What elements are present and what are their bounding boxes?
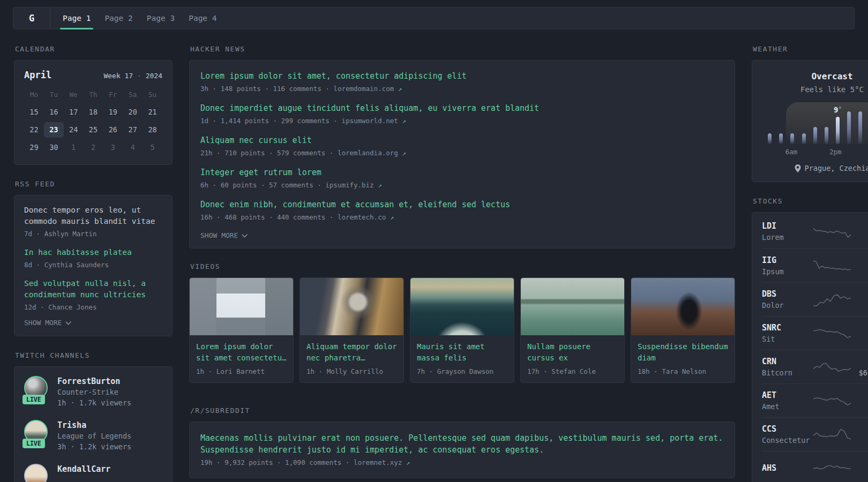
video-card[interactable]: Mauris sit amet massa felis 7h · Grayson… (410, 277, 514, 383)
video-title[interactable]: Lorem ipsum dolor sit amet consectetu… (196, 341, 287, 364)
twitch-channels-widget: LIVE ForrestBurton Counter-Strike 1h · 1… (14, 366, 173, 482)
middle-column: HACKER NEWS Lorem ipsum dolor sit amet, … (189, 45, 735, 478)
rss-item: In hac habitasse platea 8d · Cynthia Sau… (24, 247, 162, 270)
weather-location: Prague, Czechia (805, 164, 868, 172)
hn-item-title[interactable]: Donec imperdiet augue tincidunt felis al… (200, 103, 539, 113)
tab-page-1[interactable]: Page 1 (56, 7, 98, 29)
video-meta: 1h · Molly Carrillo (306, 367, 397, 375)
video-card[interactable]: Lorem ipsum dolor sit amet consectetu… 1… (189, 277, 294, 383)
tab-page-3[interactable]: Page 3 (140, 7, 182, 29)
app-logo[interactable]: G (13, 7, 50, 29)
hn-item-title[interactable]: Donec enim nibh, condimentum et accumsan… (200, 200, 510, 209)
stock-row[interactable]: SNRC Sit +1.36% $148.64 (762, 316, 868, 350)
external-link-icon[interactable]: ↗ (378, 181, 382, 189)
calendar-day-next-month: 3 (103, 140, 123, 155)
stock-row[interactable]: DBS Dolor +1.42% $156.28 (762, 282, 868, 316)
tab-page-2[interactable]: Page 2 (98, 7, 139, 29)
stock-price: $795.18 (853, 232, 868, 243)
external-link-icon[interactable]: ↗ (402, 117, 406, 125)
hackernews-section-label: HACKER NEWS (190, 45, 735, 53)
tab-page-4[interactable]: Page 4 (182, 7, 223, 29)
hn-source-link[interactable]: loremlandia.org (338, 149, 398, 157)
calendar-day: 29 (24, 140, 44, 155)
weather-bar (790, 133, 794, 144)
twitch-channel[interactable]: LIVE ForrestBurton Counter-Strike 1h · 1… (24, 376, 162, 408)
video-card[interactable]: Nullam posuere cursus ex 17h · Stefan Co… (520, 277, 625, 383)
weather-bar (836, 117, 840, 144)
hackernews-widget: Lorem ipsum dolor sit amet, consectetur … (189, 60, 735, 248)
hn-source-link[interactable]: ipsumify.biz (325, 181, 373, 189)
stock-name: Lorem (762, 232, 811, 243)
hn-meta-text: 3h · 148 points · 116 comments · (200, 85, 333, 93)
calendar-day: 18 (84, 104, 103, 120)
video-title[interactable]: Suspendisse bibendum diam (638, 341, 728, 364)
reddit-source-link[interactable]: loremnet.xyz (354, 458, 402, 466)
external-link-icon[interactable]: ↗ (402, 149, 406, 157)
rss-item-title[interactable]: Donec tempor eros leo, ut commodo mauris… (24, 206, 155, 225)
twitch-channel[interactable]: LIVE Trisha League of Legends 3h · 1.2k … (24, 420, 162, 452)
rss-item-title[interactable]: Sed volutpat nulla nisl, a condimentum n… (24, 279, 146, 299)
chevron-down-icon (242, 234, 248, 238)
stocks-widget: LDI Lorem +4.35% $795.18 IIG Ipsum +2.84… (752, 212, 868, 482)
hn-source-link[interactable]: loremdomain.com (333, 85, 394, 93)
video-meta: 1h · Lori Barnett (196, 367, 287, 375)
weather-feels-like: Feels like 5°C (762, 85, 868, 94)
rss-item-meta: 8d · Cynthia Saunders (24, 260, 162, 270)
video-thumbnail[interactable] (631, 278, 735, 335)
stock-row[interactable]: LDI Lorem +4.35% $795.18 (762, 215, 868, 248)
video-thumbnail[interactable] (410, 278, 514, 335)
streamer-avatar (24, 464, 48, 482)
live-badge: LIVE (23, 395, 45, 404)
hn-item-meta: 21h · 710 points · 579 comments · loreml… (200, 148, 724, 158)
hn-meta-text: 16h · 468 points · 440 comments · (200, 213, 338, 221)
stock-row[interactable]: AHS +0.46% (762, 451, 868, 482)
hn-show-more-button[interactable]: SHOW MORE (200, 231, 248, 239)
calendar-section-label: CALENDAR (15, 45, 173, 53)
hn-item-title[interactable]: Integer eget rutrum lorem (200, 168, 321, 177)
stock-name: Sit (762, 334, 811, 344)
video-card[interactable]: Suspendisse bibendum diam 18h · Tara Nel… (631, 277, 735, 383)
streamer-name: Trisha (57, 420, 131, 431)
video-thumbnail[interactable] (300, 278, 403, 335)
rss-item-title[interactable]: In hac habitasse platea (24, 248, 132, 257)
stock-row[interactable]: AET Amet +0.92% $499.72 (762, 383, 868, 417)
stock-row[interactable]: CCS Consectetur +0.51% $165.84 (762, 417, 868, 451)
hn-source-link[interactable]: ipsumworld.net (341, 117, 398, 125)
streamer-name: KendallCarr (57, 464, 110, 475)
twitch-channel[interactable]: KendallCarr (24, 464, 162, 482)
hn-item-title[interactable]: Aliquam nec cursus elit (200, 135, 312, 145)
video-title[interactable]: Nullam posuere cursus ex (527, 341, 618, 364)
calendar-day: 26 (103, 122, 123, 138)
hn-item: Donec enim nibh, condimentum et accumsan… (200, 199, 724, 222)
video-meta: 18h · Tara Nelson (638, 367, 728, 375)
calendar-day-next-month: 2 (84, 140, 103, 155)
stock-price: $148.64 (853, 334, 868, 344)
external-link-icon[interactable]: ↗ (390, 213, 394, 221)
stock-ticker: SNRC (762, 322, 811, 334)
weather-bar (825, 127, 828, 144)
hn-source-link[interactable]: loremtech.co (338, 213, 386, 221)
stock-ticker: CRN (762, 356, 811, 367)
rss-show-more-button[interactable]: SHOW MORE (24, 319, 71, 327)
external-link-icon[interactable]: ↗ (398, 85, 402, 93)
weekday-label: Mo (24, 88, 44, 102)
stock-name: Amet (762, 401, 811, 412)
video-card[interactable]: Aliquam tempor dolor nec pharetra… 1h · … (300, 277, 404, 383)
stock-row[interactable]: CRN Bitcorn -1.00% $66,171.48 (762, 350, 868, 383)
calendar-day: 30 (44, 140, 64, 155)
stock-sparkline (811, 223, 853, 241)
stock-sparkline (811, 459, 853, 477)
stock-price: $156.28 (853, 300, 868, 311)
video-title[interactable]: Mauris sit amet massa felis (417, 341, 507, 364)
weather-hour-label (808, 148, 819, 156)
external-link-icon[interactable]: ↗ (406, 458, 410, 466)
rss-section-label: RSS FEED (15, 180, 173, 188)
video-thumbnail[interactable] (190, 278, 293, 335)
video-title[interactable]: Aliquam tempor dolor nec pharetra… (306, 341, 397, 364)
stock-row[interactable]: IIG Ipsum +2.84% $42.04 (762, 248, 868, 282)
hn-item-title[interactable]: Lorem ipsum dolor sit amet, consectetur … (200, 71, 467, 81)
stock-price: $66,171.48 (853, 367, 868, 378)
calendar-year: 2024 (146, 72, 162, 80)
reddit-post-title[interactable]: Maecenas mollis pulvinar erat non posuer… (200, 433, 723, 455)
video-thumbnail[interactable] (521, 278, 624, 335)
